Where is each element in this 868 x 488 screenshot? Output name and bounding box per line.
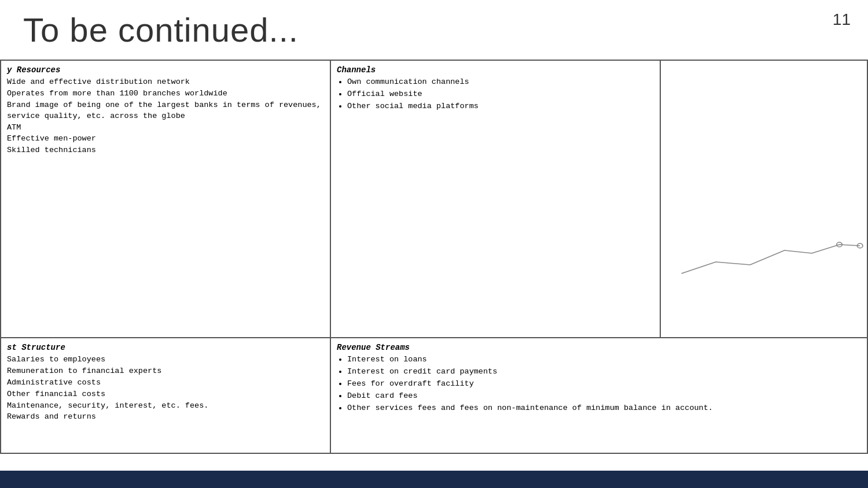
key-resources-cell: y Resources Wide and effective distribut…	[1, 61, 331, 338]
kr-item-1: Wide and effective distribution network	[7, 77, 324, 88]
rs-item-1: Interest on loans	[347, 354, 861, 365]
channels-header: Channels	[337, 65, 654, 75]
channel-item-3: Other social media platforms	[347, 101, 654, 112]
kr-item-5: Effective men-power	[7, 134, 324, 145]
rs-item-4: Debit card fees	[347, 391, 861, 402]
revenue-list: Interest on loans Interest on credit car…	[337, 354, 861, 413]
rs-item-3: Fees for overdraft facility	[347, 379, 861, 390]
channels-cell: Channels Own communication channels Offi…	[331, 61, 661, 338]
kr-item-2: Operates from more than 1100 branches wo…	[7, 88, 324, 99]
footer-bar	[0, 471, 868, 488]
cost-structure-header: st Structure	[7, 343, 324, 352]
rs-item-2: Interest on credit card payments	[347, 367, 861, 378]
chart-svg	[661, 221, 867, 291]
key-resources-header: y Resources	[7, 65, 324, 75]
kr-item-3: Brand image of being one of the largest …	[7, 100, 324, 122]
channel-item-2: Official website	[347, 89, 654, 100]
title-area: To be continued... 11	[0, 0, 868, 60]
slide: To be continued... 11 y Resources Wide a…	[0, 0, 868, 488]
channel-item-1: Own communication channels	[347, 77, 654, 88]
cs-item-3: Administrative costs	[7, 378, 324, 389]
main-content: To be continued... 11 y Resources Wide a…	[0, 0, 868, 471]
slide-number: 11	[833, 10, 851, 29]
channels-list: Own communication channels Official webs…	[337, 77, 654, 112]
cs-item-2: Remuneration to financial experts	[7, 366, 324, 377]
cs-item-5: Maintenance, security, interest, etc. fe…	[7, 401, 324, 412]
kr-item-4: ATM	[7, 123, 324, 134]
cost-structure-cell: st Structure Salaries to employees Remun…	[1, 338, 331, 454]
revenue-streams-cell: Revenue Streams Interest on loans Intere…	[331, 338, 868, 454]
kr-item-6: Skilled technicians	[7, 145, 324, 156]
cs-item-1: Salaries to employees	[7, 354, 324, 365]
cs-item-4: Other financial costs	[7, 389, 324, 400]
bmc-grid: y Resources Wide and effective distribut…	[0, 60, 868, 454]
top-right-cell	[661, 61, 868, 338]
cs-item-6: Rewards and returns	[7, 412, 324, 423]
slide-title: To be continued...	[23, 11, 299, 49]
rs-item-5: Other services fees and fees on non-main…	[347, 403, 861, 414]
revenue-streams-header: Revenue Streams	[337, 343, 861, 352]
